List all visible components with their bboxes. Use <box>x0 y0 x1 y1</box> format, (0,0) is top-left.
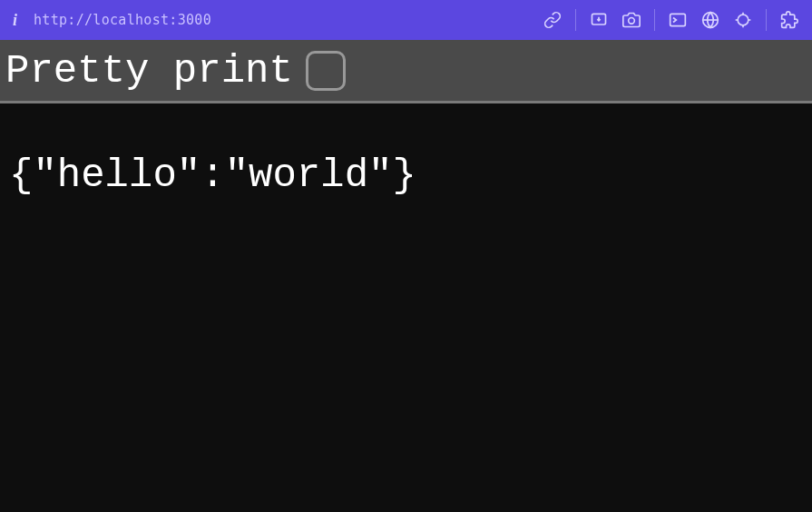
divider <box>766 9 767 31</box>
terminal-icon[interactable] <box>668 10 688 30</box>
info-icon[interactable]: i <box>13 11 17 30</box>
svg-point-1 <box>629 18 635 25</box>
response-body: {"hello":"world"} <box>0 103 812 247</box>
divider <box>654 9 655 31</box>
divider <box>575 9 576 31</box>
toolbar-icons <box>543 9 799 31</box>
globe-icon[interactable] <box>700 10 720 30</box>
target-icon[interactable] <box>733 10 753 30</box>
address-bar: i http://localhost:3000 <box>0 0 812 40</box>
download-icon[interactable] <box>589 10 609 30</box>
pretty-print-checkbox[interactable] <box>306 51 346 91</box>
svg-rect-2 <box>670 14 686 25</box>
svg-point-5 <box>738 15 748 25</box>
pretty-print-label: Pretty print <box>5 48 293 94</box>
extension-icon[interactable] <box>779 10 799 30</box>
camera-icon[interactable] <box>621 10 641 30</box>
controls-bar: Pretty print <box>0 40 812 103</box>
url-display[interactable]: http://localhost:3000 <box>34 12 526 28</box>
link-icon[interactable] <box>543 10 563 30</box>
